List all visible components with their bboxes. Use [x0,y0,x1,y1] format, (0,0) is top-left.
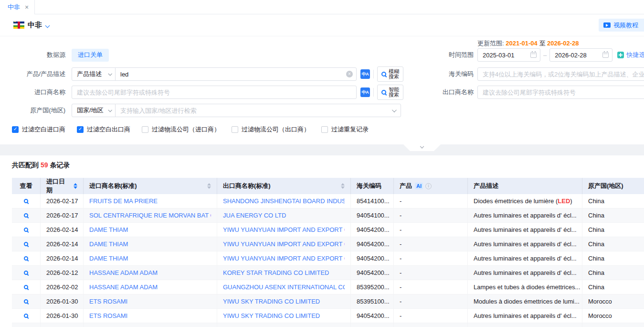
results-summary: 共匹配到59条记录 [12,161,70,170]
tab-close-icon[interactable]: × [25,3,29,11]
importer-link[interactable]: ETS ROSAMI [89,312,127,319]
table-row: 2026-02-17SOL CENTRAFRIQUE RUE MORVAN BA… [12,208,644,223]
country-selector[interactable]: 中非 [28,21,42,30]
filter-label: 过滤物流公司（出口商） [242,125,310,134]
view-detail-icon[interactable] [24,256,28,261]
view-detail-icon[interactable] [24,228,28,232]
checkbox-checked-icon[interactable] [12,126,19,133]
exporter-link[interactable]: YIWU YUANYUAN IMPORT AND EXPORT C... [223,255,345,262]
importer-link[interactable]: FRUITS DE MA PRIERE [89,197,158,205]
exporter-link[interactable]: YIWU SKY TRADING CO LIMITED [223,298,320,305]
translate-icon[interactable]: 中A [360,87,370,97]
cell-empty [394,323,468,327]
importer-link[interactable]: DAME THIAM [89,255,128,262]
filter-label: 过滤重复记录 [331,125,369,134]
cell-product: - [394,251,468,265]
cell-hs-code: 94054200... [351,223,394,237]
checkbox-unchecked-icon[interactable] [321,126,328,133]
cell-empty [468,323,582,327]
update-range-to: 至 [539,40,545,47]
update-range-label: 更新范围: [477,40,504,47]
exporter-link[interactable]: YIWU YUANYUAN IMPORT AND EXPORT C... [223,226,345,233]
view-detail-icon[interactable] [24,314,28,318]
importer-link[interactable]: DAME THIAM [89,240,128,248]
central-african-republic-flag-icon: ★ [13,22,24,29]
chevron-down-icon[interactable] [45,23,50,28]
sort-icon[interactable] [341,183,345,189]
quick-select-icon [617,52,624,58]
video-tutorial-button[interactable]: 视频教程 [599,19,644,32]
cell-description: Diodes émettrices de lumière (LED) [468,194,582,208]
cell-import-date: 2026-02-02 [41,280,84,294]
cell-origin: China [582,208,644,222]
origin-input[interactable] [115,104,401,117]
view-detail-icon[interactable] [24,299,28,304]
view-detail-icon[interactable] [24,213,28,218]
product-label: 产品/产品描述 [0,70,65,78]
collapse-form-handle[interactable] [403,144,441,151]
checkbox-checked-icon[interactable] [77,126,84,133]
importer-link[interactable]: ETS ROSAMI [89,298,127,305]
cell-importer: HASSANE ADAM ADAM [84,266,217,280]
filter-checkbox-item[interactable]: 过滤重复记录 [321,125,369,134]
cell-hs-code: 94054100... [351,208,394,222]
sort-icon[interactable] [74,183,77,189]
cell-exporter: YIWU YUANYUAN IMPORT AND EXPORT C... [217,223,351,237]
importer-link[interactable]: DAME THIAM [89,226,128,233]
product-type-select[interactable]: 产品描述 [72,67,116,81]
exporter-link[interactable]: GUANGZHOU ASENX INTERNATIONAL CO ... [223,283,345,291]
smart-search-label-2: 搜索 [389,92,399,98]
exporter-link[interactable]: YIWU SKY TRADING CO LIMITED [223,312,320,319]
origin-type-select[interactable]: 国家/地区 [72,104,116,117]
cell-exporter: SHANDONG JINSHENGTAI BOARD INDUST... [217,194,351,208]
importer-link[interactable]: HASSANE ADAM ADAM [89,269,158,276]
filter-checkbox-item[interactable]: 过滤空白进口商 [12,125,65,134]
hs-code-input[interactable] [477,67,644,81]
view-detail-icon[interactable] [24,271,28,275]
cell-description: Lampes et tubes à diodes émettrices... [468,280,582,294]
filter-row: 过滤空白进口商过滤空白出口商过滤物流公司（进口商）过滤物流公司（出口商）过滤重复… [12,125,369,134]
importer-link[interactable]: SOL CENTRAFRIQUE RUE MORVAN BAT OF... [89,212,211,219]
exporter-label: 出口商名称 [442,88,474,97]
importer-link[interactable]: HASSANE ADAM ADAM [89,283,158,291]
cell-product: - [394,208,468,222]
filter-checkbox-item[interactable]: 过滤物流公司（进口商） [142,125,220,134]
exporter-link[interactable]: KOREY STAR TRADING CO LIMITED [223,269,329,276]
cell-origin: China [582,280,644,294]
calendar-icon[interactable] [602,52,609,58]
product-search-input[interactable] [115,67,357,81]
view-detail-icon[interactable] [24,199,28,203]
quick-select-link[interactable]: 快捷选 [617,51,644,59]
cell-product: - [394,294,468,308]
sort-icon[interactable] [207,183,211,189]
chevron-down-icon [108,72,112,76]
cell-import-date: 2026-02-14 [41,251,84,265]
filter-checkbox-item[interactable]: 过滤空白出口商 [77,125,130,134]
cell-view [12,280,41,294]
calendar-icon[interactable] [530,52,537,58]
cell-origin: China [582,194,644,208]
exporter-input[interactable] [477,86,644,99]
exporter-link[interactable]: JUA ENERGY CO LTD [223,212,286,219]
clear-icon[interactable]: × [346,71,353,77]
view-detail-icon[interactable] [24,242,28,246]
cell-import-date: 2026-02-17 [41,208,84,222]
checkbox-unchecked-icon[interactable] [232,126,238,133]
translate-icon[interactable]: 中A [360,69,370,79]
table-row: 2026-01-30ETS ROSAMIYIWU SKY TRADING CO … [12,309,644,323]
importer-input[interactable] [72,86,357,99]
cell-exporter: YIWU YUANYUAN IMPORT AND EXPORT C... [217,237,351,251]
cell-view [12,194,41,208]
import-declaration-button[interactable]: 进口关单 [72,49,109,62]
exporter-link[interactable]: SHANDONG JINSHENGTAI BOARD INDUST... [223,197,345,205]
exporter-link[interactable]: YIWU YUANYUAN IMPORT AND EXPORT C... [223,240,345,248]
origin-type-value: 国家/地区 [77,106,104,115]
cell-product: - [394,223,468,237]
info-icon[interactable]: i [425,183,432,189]
checkbox-unchecked-icon[interactable] [142,126,148,133]
tab-zhongfei[interactable]: 中非 × [0,0,35,14]
view-detail-icon[interactable] [24,285,28,289]
smart-search-button[interactable]: 智能搜索 [377,85,403,100]
filter-checkbox-item[interactable]: 过滤物流公司（出口商） [232,125,310,134]
fuzzy-search-button[interactable]: 模糊搜索 [377,66,403,82]
